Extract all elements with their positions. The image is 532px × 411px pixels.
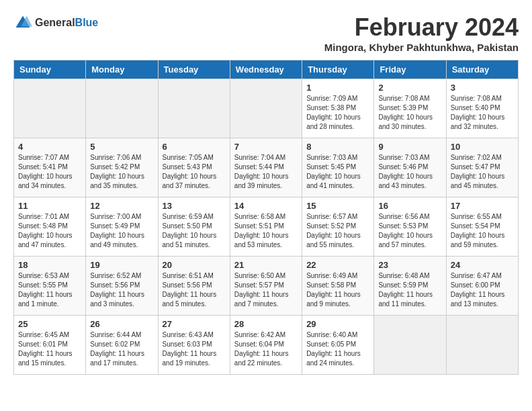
day-info: Sunrise: 6:40 AMSunset: 6:05 PMDaylight:… — [306, 330, 369, 368]
day-cell: 7Sunrise: 7:04 AMSunset: 5:44 PMDaylight… — [230, 138, 302, 197]
day-number: 11 — [18, 201, 81, 211]
day-info: Sunrise: 7:05 AMSunset: 5:43 PMDaylight:… — [163, 153, 226, 191]
day-cell: 22Sunrise: 6:49 AMSunset: 5:58 PMDayligh… — [302, 257, 374, 316]
day-cell: 21Sunrise: 6:50 AMSunset: 5:57 PMDayligh… — [230, 257, 302, 316]
week-row-5: 25Sunrise: 6:45 AMSunset: 6:01 PMDayligh… — [14, 316, 519, 375]
column-header-thursday: Thursday — [302, 60, 374, 79]
logo-icon — [13, 13, 32, 32]
day-cell: 1Sunrise: 7:09 AMSunset: 5:38 PMDaylight… — [302, 79, 374, 138]
subtitle: Mingora, Khyber Pakhtunkhwa, Pakistan — [324, 42, 519, 53]
day-number: 3 — [451, 83, 514, 93]
day-info: Sunrise: 6:58 AMSunset: 5:51 PMDaylight:… — [234, 212, 298, 250]
day-number: 29 — [306, 319, 369, 329]
day-number: 25 — [18, 319, 81, 329]
day-cell: 25Sunrise: 6:45 AMSunset: 6:01 PMDayligh… — [14, 316, 86, 375]
day-number: 4 — [18, 142, 81, 152]
column-header-tuesday: Tuesday — [158, 60, 230, 79]
logo: GeneralBlue — [13, 13, 98, 32]
day-cell: 10Sunrise: 7:02 AMSunset: 5:47 PMDayligh… — [446, 138, 518, 197]
day-info: Sunrise: 6:50 AMSunset: 5:57 PMDaylight:… — [234, 271, 298, 309]
day-cell: 3Sunrise: 7:08 AMSunset: 5:40 PMDaylight… — [446, 79, 518, 138]
column-header-friday: Friday — [374, 60, 446, 79]
day-number: 22 — [306, 260, 369, 270]
day-info: Sunrise: 7:03 AMSunset: 5:45 PMDaylight:… — [306, 153, 369, 191]
column-header-wednesday: Wednesday — [230, 60, 302, 79]
day-info: Sunrise: 6:52 AMSunset: 5:56 PMDaylight:… — [90, 271, 153, 309]
day-number: 8 — [306, 142, 369, 152]
column-header-sunday: Sunday — [14, 60, 86, 79]
main-title: February 2024 — [324, 13, 519, 42]
day-info: Sunrise: 7:02 AMSunset: 5:47 PMDaylight:… — [451, 153, 514, 191]
day-cell: 15Sunrise: 6:57 AMSunset: 5:52 PMDayligh… — [302, 197, 374, 257]
day-cell: 12Sunrise: 7:00 AMSunset: 5:49 PMDayligh… — [86, 197, 158, 257]
day-info: Sunrise: 6:44 AMSunset: 6:02 PMDaylight:… — [90, 330, 153, 368]
page-header: GeneralBlue February 2024 Mingora, Khybe… — [13, 13, 519, 53]
day-info: Sunrise: 7:07 AMSunset: 5:41 PMDaylight:… — [18, 153, 81, 191]
day-number: 5 — [90, 142, 153, 152]
day-cell: 26Sunrise: 6:44 AMSunset: 6:02 PMDayligh… — [86, 316, 158, 375]
day-cell: 4Sunrise: 7:07 AMSunset: 5:41 PMDaylight… — [14, 138, 86, 197]
day-cell: 2Sunrise: 7:08 AMSunset: 5:39 PMDaylight… — [374, 79, 446, 138]
day-cell — [158, 79, 230, 138]
day-info: Sunrise: 6:53 AMSunset: 5:55 PMDaylight:… — [18, 271, 81, 309]
day-number: 19 — [90, 260, 153, 270]
day-number: 10 — [451, 142, 514, 152]
day-info: Sunrise: 7:04 AMSunset: 5:44 PMDaylight:… — [234, 153, 298, 191]
day-cell — [86, 79, 158, 138]
calendar-header-row: SundayMondayTuesdayWednesdayThursdayFrid… — [14, 60, 519, 79]
day-cell: 28Sunrise: 6:42 AMSunset: 6:04 PMDayligh… — [230, 316, 302, 375]
day-cell: 5Sunrise: 7:06 AMSunset: 5:42 PMDaylight… — [86, 138, 158, 197]
day-info: Sunrise: 7:08 AMSunset: 5:40 PMDaylight:… — [451, 94, 514, 132]
day-info: Sunrise: 7:01 AMSunset: 5:48 PMDaylight:… — [18, 212, 81, 250]
day-cell: 6Sunrise: 7:05 AMSunset: 5:43 PMDaylight… — [158, 138, 230, 197]
day-info: Sunrise: 7:03 AMSunset: 5:46 PMDaylight:… — [378, 153, 441, 191]
day-cell: 24Sunrise: 6:47 AMSunset: 6:00 PMDayligh… — [446, 257, 518, 316]
day-info: Sunrise: 6:51 AMSunset: 5:56 PMDaylight:… — [163, 271, 226, 309]
week-row-3: 11Sunrise: 7:01 AMSunset: 5:48 PMDayligh… — [14, 197, 519, 257]
day-number: 13 — [163, 201, 226, 211]
day-number: 23 — [378, 260, 441, 270]
week-row-4: 18Sunrise: 6:53 AMSunset: 5:55 PMDayligh… — [14, 257, 519, 316]
day-info: Sunrise: 6:55 AMSunset: 5:54 PMDaylight:… — [451, 212, 514, 250]
day-number: 28 — [234, 319, 298, 329]
day-cell: 23Sunrise: 6:48 AMSunset: 5:59 PMDayligh… — [374, 257, 446, 316]
day-cell: 16Sunrise: 6:56 AMSunset: 5:53 PMDayligh… — [374, 197, 446, 257]
day-info: Sunrise: 6:59 AMSunset: 5:50 PMDaylight:… — [163, 212, 226, 250]
day-info: Sunrise: 6:48 AMSunset: 5:59 PMDaylight:… — [378, 271, 441, 309]
day-info: Sunrise: 6:57 AMSunset: 5:52 PMDaylight:… — [306, 212, 369, 250]
day-info: Sunrise: 7:09 AMSunset: 5:38 PMDaylight:… — [306, 94, 369, 132]
day-cell: 18Sunrise: 6:53 AMSunset: 5:55 PMDayligh… — [14, 257, 86, 316]
day-number: 7 — [234, 142, 298, 152]
day-cell: 9Sunrise: 7:03 AMSunset: 5:46 PMDaylight… — [374, 138, 446, 197]
day-number: 20 — [163, 260, 226, 270]
day-cell: 13Sunrise: 6:59 AMSunset: 5:50 PMDayligh… — [158, 197, 230, 257]
day-number: 26 — [90, 319, 153, 329]
day-number: 15 — [306, 201, 369, 211]
column-header-saturday: Saturday — [446, 60, 518, 79]
day-number: 6 — [163, 142, 226, 152]
day-info: Sunrise: 7:00 AMSunset: 5:49 PMDaylight:… — [90, 212, 153, 250]
day-info: Sunrise: 6:49 AMSunset: 5:58 PMDaylight:… — [306, 271, 369, 309]
day-number: 2 — [378, 83, 441, 93]
day-number: 12 — [90, 201, 153, 211]
day-cell: 29Sunrise: 6:40 AMSunset: 6:05 PMDayligh… — [302, 316, 374, 375]
day-cell: 27Sunrise: 6:43 AMSunset: 6:03 PMDayligh… — [158, 316, 230, 375]
day-cell — [14, 79, 86, 138]
day-info: Sunrise: 7:08 AMSunset: 5:39 PMDaylight:… — [378, 94, 441, 132]
day-cell: 8Sunrise: 7:03 AMSunset: 5:45 PMDaylight… — [302, 138, 374, 197]
day-number: 9 — [378, 142, 441, 152]
day-cell — [230, 79, 302, 138]
day-number: 16 — [378, 201, 441, 211]
day-number: 17 — [451, 201, 514, 211]
day-info: Sunrise: 6:43 AMSunset: 6:03 PMDaylight:… — [163, 330, 226, 368]
calendar-table: SundayMondayTuesdayWednesdayThursdayFrid… — [13, 60, 519, 375]
day-number: 24 — [451, 260, 514, 270]
logo-general: GeneralBlue — [35, 17, 98, 29]
day-info: Sunrise: 6:45 AMSunset: 6:01 PMDaylight:… — [18, 330, 81, 368]
day-info: Sunrise: 6:47 AMSunset: 6:00 PMDaylight:… — [451, 271, 514, 309]
week-row-1: 1Sunrise: 7:09 AMSunset: 5:38 PMDaylight… — [14, 79, 519, 138]
day-cell: 20Sunrise: 6:51 AMSunset: 5:56 PMDayligh… — [158, 257, 230, 316]
day-number: 1 — [306, 83, 369, 93]
title-area: February 2024 Mingora, Khyber Pakhtunkhw… — [324, 13, 519, 53]
day-info: Sunrise: 6:56 AMSunset: 5:53 PMDaylight:… — [378, 212, 441, 250]
